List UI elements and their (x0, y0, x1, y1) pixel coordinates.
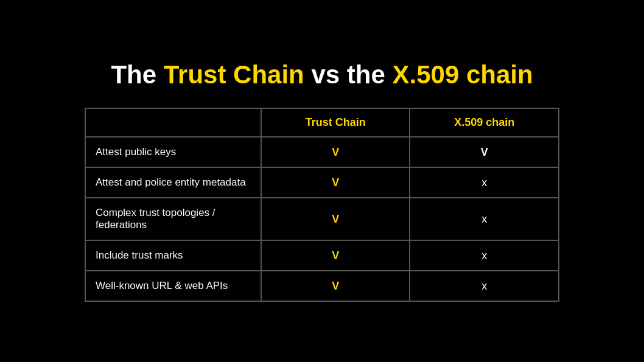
row-col1-3: V (261, 240, 410, 271)
title-middle: vs the (304, 60, 393, 89)
title-trust-chain: Trust Chain (164, 60, 304, 89)
table-col1-header: Trust Chain (261, 108, 410, 137)
row-col1-1: V (261, 167, 410, 198)
table-row: Attest and police entity metadataVx (85, 167, 559, 198)
table-row: Attest public keysVV (85, 137, 559, 167)
title-x509: X.509 chain (392, 60, 533, 89)
row-col1-0: V (261, 137, 410, 167)
table-row: Include trust marksVx (85, 240, 559, 271)
title-prefix: The (111, 60, 163, 89)
row-col1-4: V (261, 271, 410, 301)
row-label-2: Complex trust topologies / federations (85, 198, 261, 240)
row-col2-2: x (410, 198, 559, 240)
table-row: Complex trust topologies / federationsVx (85, 198, 559, 240)
row-label-3: Include trust marks (85, 240, 261, 271)
comparison-table: Trust Chain X.509 chain Attest public ke… (85, 108, 559, 302)
row-col2-4: x (410, 271, 559, 301)
row-label-1: Attest and police entity metadata (85, 167, 261, 198)
page-title: The Trust Chain vs the X.509 chain (111, 60, 533, 89)
table-empty-header (85, 108, 261, 137)
table-body: Attest public keysVVAttest and police en… (85, 137, 559, 301)
table-header-row: Trust Chain X.509 chain (85, 108, 559, 137)
row-col1-2: V (261, 198, 410, 240)
row-col2-1: x (410, 167, 559, 198)
row-label-0: Attest public keys (85, 137, 261, 167)
row-label-4: Well-known URL & web APIs (85, 271, 261, 301)
row-col2-3: x (410, 240, 559, 271)
table-col2-header: X.509 chain (410, 108, 559, 137)
table-row: Well-known URL & web APIsVx (85, 271, 559, 301)
row-col2-0: V (410, 137, 559, 167)
